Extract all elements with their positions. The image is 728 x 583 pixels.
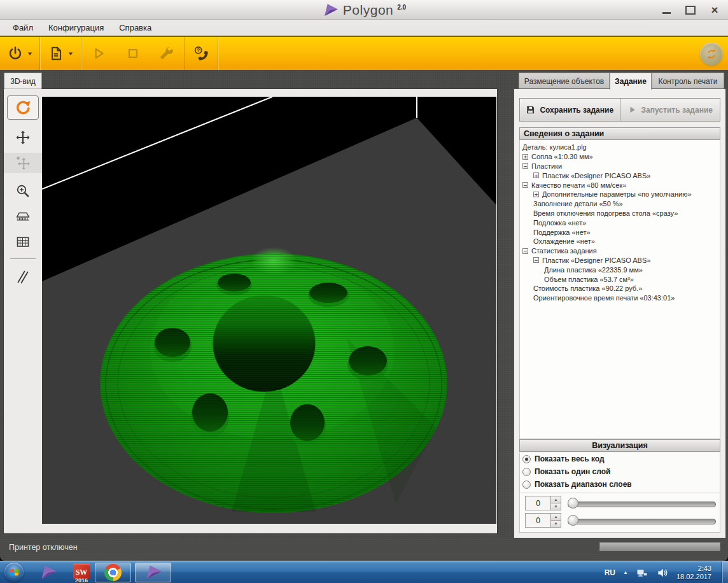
save-job-button[interactable]: Сохранить задание [519, 98, 620, 122]
sync-icon[interactable] [700, 43, 723, 66]
network-icon[interactable] [636, 566, 648, 579]
start-button[interactable] [4, 563, 24, 582]
tab-job[interactable]: Задание [610, 73, 652, 90]
taskbar-polygon-active[interactable] [135, 563, 171, 582]
expand-toggle-icon[interactable]: + [522, 154, 528, 160]
tray-expand-arrow[interactable]: ▲ [623, 570, 628, 575]
main-toolbar: ▼▼ [0, 36, 728, 70]
visualization-panel: Показать весь кодПоказать один слойПоказ… [519, 453, 720, 533]
tree-item-label[interactable]: Качество печати «80 мм/сек» [531, 181, 626, 189]
divider [10, 258, 36, 259]
title-bar: Polygon 2.0 × [0, 0, 728, 20]
radio-option-label: Показать весь код [535, 454, 605, 463]
app-version: 2.0 [397, 4, 406, 11]
tree-row: Деталь: кулиса1.plg [520, 143, 720, 152]
pan-view-button[interactable] [15, 130, 31, 145]
dropdown-arrow-icon[interactable]: ▼ [27, 51, 33, 57]
collapse-toggle-icon[interactable]: − [533, 257, 539, 263]
clock[interactable]: 2:43 18.02.2017 [676, 565, 711, 581]
wrench-icon [158, 45, 175, 62]
tree-row: Ориентировочное время печати «03:43:01» [520, 293, 720, 303]
tree-item-label[interactable]: Пластики [531, 162, 562, 170]
bed-view-icon [15, 209, 31, 224]
spinner-down-button[interactable]: ▼ [550, 503, 561, 510]
printer-status-text: Принтер отключен [9, 543, 78, 552]
tree-item-label[interactable]: Пластик «Designer PICASO ABS» [542, 172, 650, 179]
tree-item-label[interactable]: Ориентировочное время печати «03:43:01» [533, 294, 675, 302]
expand-toggle-icon[interactable]: + [533, 172, 539, 178]
close-button[interactable]: × [708, 4, 722, 16]
menu-item-1[interactable]: Файл [6, 21, 39, 34]
slider-track[interactable] [568, 519, 716, 524]
tree-item-label[interactable]: Подложка «нет» [533, 219, 586, 227]
radio-option-label: Показать один слой [535, 467, 610, 476]
rotate-view-button[interactable] [7, 95, 39, 120]
tab-3d-view[interactable]: 3D-вид [4, 73, 42, 89]
radio-option-1[interactable]: Показать весь код [520, 453, 720, 465]
power-button[interactable]: ▼ [0, 37, 40, 70]
tab-print-control[interactable]: Контроль печати [652, 73, 724, 89]
collapse-toggle-icon[interactable]: − [522, 248, 528, 254]
tree-item-label[interactable]: Статистика задания [531, 247, 597, 255]
tree-item-label[interactable]: Деталь: кулиса1.plg [522, 143, 587, 151]
document-button[interactable]: ▼ [40, 37, 81, 70]
tree-item-label[interactable]: Дополнительные параметры «по умолчанию» [542, 190, 692, 198]
taskbar-chrome[interactable] [95, 563, 131, 582]
spinner-up-button[interactable]: ▲ [550, 513, 561, 521]
document-icon [48, 45, 64, 62]
radio-option-3[interactable]: Показать диапазон слоев [520, 478, 720, 491]
tree-item-label[interactable]: Объем пластика «53.7 см³» [544, 276, 634, 283]
taskbar-solidworks[interactable]: SW 2016 [72, 563, 91, 582]
slider-track[interactable] [568, 502, 716, 507]
language-indicator[interactable]: RU [605, 568, 615, 577]
bed-view-button[interactable] [15, 209, 31, 224]
expand-toggle-icon[interactable]: + [533, 192, 539, 197]
stop-icon [125, 45, 141, 62]
slider-thumb[interactable] [568, 498, 578, 509]
layer-spinner-value[interactable]: 0 [525, 513, 550, 528]
collapse-toggle-icon[interactable]: − [522, 182, 528, 188]
zoom-button[interactable] [15, 183, 31, 199]
maximize-button[interactable] [683, 4, 697, 16]
slider-thumb[interactable] [568, 515, 578, 526]
tree-row: +Сопла «1:0.30 мм» [520, 152, 720, 162]
help-call-icon [193, 45, 209, 62]
save-job-label: Сохранить задание [540, 106, 613, 115]
tree-item-label[interactable]: Поддержка «нет» [533, 228, 591, 236]
grid-button[interactable] [15, 234, 31, 249]
tab-placement[interactable]: Размещение объектов [519, 73, 610, 89]
job-info-header: Сведения о задании [519, 127, 720, 140]
spinner-down-button[interactable]: ▼ [550, 521, 561, 528]
layer-spinner-value[interactable]: 0 [525, 496, 550, 510]
grid-icon [15, 234, 31, 249]
spinner-up-button[interactable]: ▲ [550, 496, 561, 503]
system-tray: RU ▲ 2:43 18.02.2017 [605, 561, 728, 583]
tree-item-label[interactable]: Пластик «Designer PICASO ABS» [542, 256, 650, 264]
layer-spinner: 0▲▼ [525, 513, 561, 528]
layer-slider[interactable] [568, 498, 716, 509]
menu-item-3[interactable]: Справка [113, 21, 158, 34]
dropdown-arrow-icon[interactable]: ▼ [67, 51, 74, 57]
tree-item-label[interactable]: Охлаждение «нет» [533, 237, 595, 245]
radio-option-2[interactable]: Показать один слой [520, 465, 720, 478]
layer-slider[interactable] [568, 515, 716, 526]
run-job-button[interactable]: Запустить задание [620, 98, 721, 122]
slice-view-button[interactable] [15, 269, 31, 284]
taskbar-polygon-pinned[interactable] [35, 562, 62, 582]
collapse-toggle-icon[interactable]: − [522, 163, 528, 169]
radio-icon[interactable] [522, 468, 531, 476]
show-desktop-button[interactable] [722, 561, 728, 583]
minimize-button[interactable] [659, 4, 673, 16]
radio-icon[interactable] [522, 481, 531, 489]
tree-item-label[interactable]: Стоимость пластика «90.22 руб.» [533, 284, 642, 292]
volume-icon[interactable] [656, 566, 669, 579]
tree-item-label[interactable]: Время отключения подогрева стола «сразу» [533, 209, 678, 217]
windows-flag-icon [9, 567, 20, 578]
menu-item-2[interactable]: Конфигурация [42, 21, 110, 34]
radio-icon[interactable] [522, 455, 531, 463]
viewport-3d[interactable] [42, 97, 496, 524]
tree-item-label[interactable]: Длина пластика «22335.9 мм» [544, 266, 643, 274]
help-call-button[interactable] [184, 37, 218, 70]
tree-item-label[interactable]: Сопла «1:0.30 мм» [531, 153, 593, 160]
tree-item-label[interactable]: Заполнение детали «50 %» [533, 200, 623, 207]
